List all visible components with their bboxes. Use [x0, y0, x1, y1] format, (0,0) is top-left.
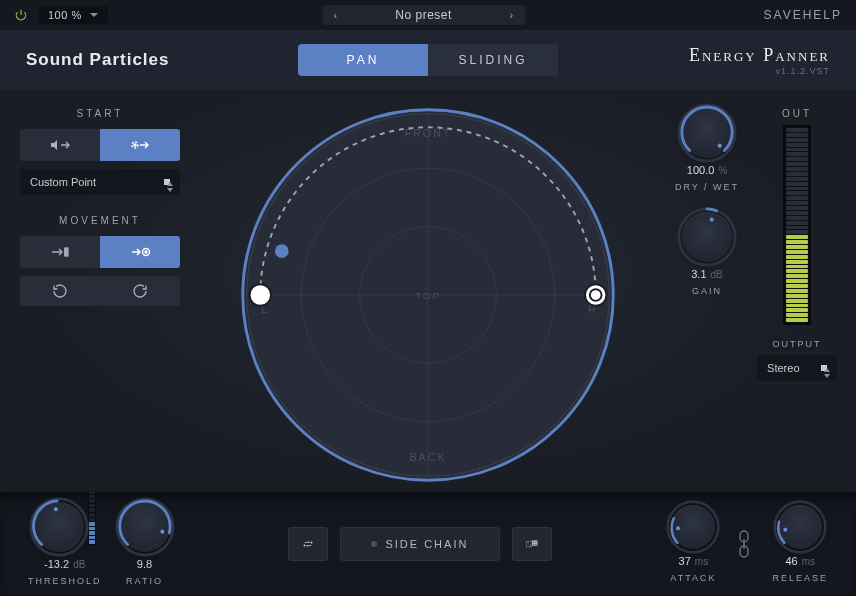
attack-knob[interactable] — [671, 505, 715, 549]
start-dropdown-value: Custom Point — [30, 176, 96, 188]
main-area: START Custom Point MOVEMENT — [0, 90, 856, 492]
product-title: Energy Panner v1.1.2.VST — [689, 45, 830, 76]
svg-point-29 — [535, 544, 536, 545]
svg-point-34 — [775, 502, 826, 553]
drywet-knob[interactable] — [682, 108, 732, 158]
preset-navigator: ‹ No preset › — [108, 5, 740, 25]
svg-point-19 — [311, 542, 313, 544]
chevron-updown-icon — [821, 365, 827, 371]
start-label: START — [20, 108, 180, 119]
top-bar: 100 % ‹ No preset › SAVE HELP — [0, 0, 856, 30]
threshold-value: -13.2dB — [44, 558, 85, 570]
product-version: v1.1.2.VST — [689, 66, 830, 76]
tab-sliding[interactable]: SLIDING — [428, 44, 558, 76]
svg-point-1 — [134, 144, 136, 146]
attack-label: ATTACK — [670, 573, 716, 583]
drywet-label: DRY / WET — [675, 182, 739, 192]
release-label: RELEASE — [772, 573, 828, 583]
chevron-down-icon — [90, 13, 98, 17]
attack-value: 37ms — [679, 555, 709, 567]
rotate-ccw-button[interactable] — [20, 276, 100, 306]
chevron-updown-icon — [164, 179, 170, 185]
ratio-knob-block: 9.8 RATIO — [120, 502, 170, 586]
output-value: Stereo — [767, 362, 799, 374]
svg-point-26 — [533, 541, 534, 542]
svg-point-17 — [31, 499, 87, 555]
top-label: TOP — [415, 290, 441, 301]
pan-circle[interactable]: FRONT BACK L R TOP — [233, 100, 623, 490]
svg-point-4 — [145, 251, 147, 253]
movement-target-button[interactable] — [100, 236, 180, 268]
out-label: OUT — [782, 108, 812, 119]
preset-prev-button[interactable]: ‹ — [323, 5, 349, 25]
gain-label: GAIN — [692, 286, 722, 296]
left-panel: START Custom Point MOVEMENT — [0, 90, 200, 492]
sidechain-indicator-icon — [371, 541, 377, 547]
svg-point-22 — [527, 542, 528, 543]
product-name: Energy Panner — [689, 45, 830, 66]
zoom-value: 100 % — [48, 9, 82, 21]
zoom-selector[interactable]: 100 % — [38, 6, 108, 24]
threshold-meter — [88, 489, 96, 545]
ratio-label: RATIO — [126, 576, 163, 586]
save-button[interactable]: SAVE — [764, 8, 803, 22]
rotation-buttons — [20, 276, 180, 306]
output-label: OUTPUT — [773, 339, 822, 349]
gain-knob[interactable] — [682, 212, 732, 262]
svg-point-11 — [275, 244, 289, 258]
movement-buttons — [20, 236, 180, 268]
threshold-knob-block: -13.2dB THRESHOLD — [28, 502, 102, 586]
threshold-label: THRESHOLD — [28, 576, 102, 586]
bottom-bar: -13.2dB THRESHOLD 9.8 RATIO SIDE CHAIN 3… — [0, 492, 856, 596]
link-icon[interactable] — [734, 522, 754, 566]
threshold-knob[interactable] — [34, 502, 84, 552]
svg-point-13 — [585, 284, 606, 305]
output-dropdown[interactable]: Stereo — [757, 355, 837, 381]
sidechain-label: SIDE CHAIN — [385, 538, 468, 550]
start-mode-point-button[interactable] — [100, 129, 180, 161]
drywet-knob-block: 100.0% DRY / WET — [675, 108, 739, 192]
swap-button[interactable] — [288, 527, 328, 561]
svg-point-23 — [530, 545, 531, 546]
randomize-button[interactable] — [512, 527, 552, 561]
release-knob-block: 46ms RELEASE — [772, 505, 828, 583]
drywet-value: 100.0% — [687, 164, 727, 176]
output-meter — [783, 125, 811, 325]
svg-point-20 — [304, 545, 306, 547]
preset-name[interactable]: No preset — [349, 5, 499, 25]
power-icon[interactable] — [14, 8, 28, 22]
preset-next-button[interactable]: › — [499, 5, 525, 25]
svg-point-27 — [535, 541, 536, 542]
release-knob[interactable] — [778, 505, 822, 549]
movement-label: MOVEMENT — [20, 215, 180, 226]
brand-logo: Sound Particles — [26, 50, 169, 70]
svg-point-28 — [533, 544, 534, 545]
mode-toggle: PAN SLIDING — [298, 44, 558, 76]
svg-point-12 — [250, 284, 271, 305]
bottom-center: SIDE CHAIN — [188, 527, 653, 561]
rotate-cw-button[interactable] — [100, 276, 180, 306]
attack-knob-block: 37ms ATTACK — [670, 505, 716, 583]
back-label: BACK — [410, 451, 447, 463]
help-button[interactable]: HELP — [803, 8, 842, 22]
start-buttons — [20, 129, 180, 161]
svg-point-24 — [529, 543, 530, 544]
start-dropdown[interactable]: Custom Point — [20, 169, 180, 195]
svg-point-18 — [116, 499, 172, 555]
ratio-value: 9.8 — [137, 558, 152, 570]
right-panel: 100.0% DRY / WET 3.1dB GAIN OUT — [656, 90, 856, 492]
pan-display[interactable]: FRONT BACK L R TOP — [200, 90, 656, 492]
svg-rect-2 — [65, 248, 68, 256]
svg-point-16 — [679, 209, 735, 265]
release-value: 46ms — [785, 555, 815, 567]
header: Sound Particles PAN SLIDING Energy Panne… — [0, 30, 856, 90]
svg-point-15 — [679, 105, 735, 161]
start-mode-speaker-button[interactable] — [20, 129, 100, 161]
svg-rect-25 — [532, 540, 538, 546]
gain-value: 3.1dB — [691, 268, 723, 280]
ratio-knob[interactable] — [120, 502, 170, 552]
gain-knob-block: 3.1dB GAIN — [682, 212, 732, 296]
movement-linear-button[interactable] — [20, 236, 100, 268]
sidechain-button[interactable]: SIDE CHAIN — [340, 527, 500, 561]
tab-pan[interactable]: PAN — [298, 44, 428, 76]
